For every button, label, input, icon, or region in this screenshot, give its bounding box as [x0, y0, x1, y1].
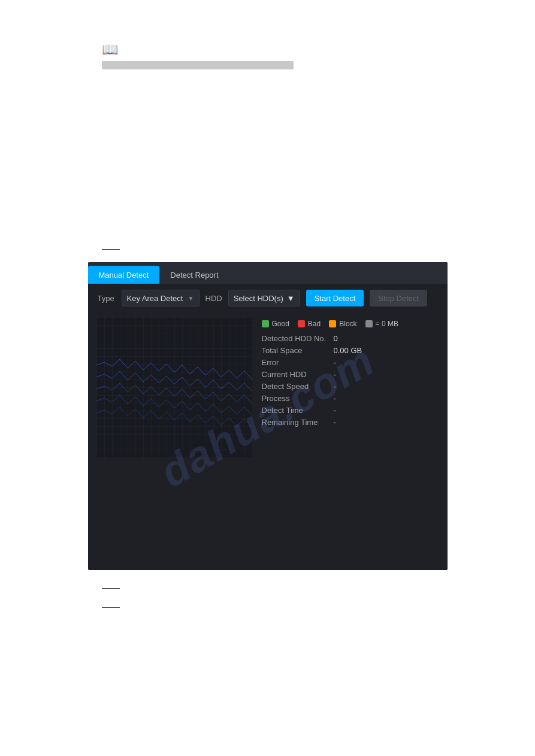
stat-detect-time-label: Detect Time — [262, 406, 334, 415]
legend-bad-label: Bad — [308, 320, 321, 328]
stat-detect-time-value: - — [334, 406, 336, 415]
stat-current-hdd-value: - — [334, 370, 336, 379]
stat-remaining-time-value: - — [334, 418, 336, 427]
stat-error-value: - — [334, 358, 336, 367]
type-select[interactable]: Key Area Detect ▼ — [122, 290, 200, 306]
separator-line-top — [102, 249, 120, 250]
stat-detect-speed-value: - — [334, 382, 336, 391]
stat-process: Process - — [262, 394, 439, 403]
tab-bar: Manual Detect Detect Report — [88, 262, 448, 284]
legend-zero-label: = 0 MB — [376, 320, 398, 328]
legend-good-dot — [262, 320, 269, 327]
legend-zero: = 0 MB — [365, 320, 398, 328]
stat-detect-speed-label: Detect Speed — [262, 382, 334, 391]
legend-bad-dot — [298, 320, 305, 327]
tab-manual-detect-label: Manual Detect — [99, 271, 149, 280]
stat-total-space-value: 0.00 GB — [334, 346, 362, 355]
start-detect-button[interactable]: Start Detect — [306, 290, 364, 306]
stat-remaining-time-label: Remaining Time — [262, 418, 334, 427]
hdd-select-value: Select HDD(s) — [234, 294, 283, 303]
tab-detect-report-label: Detect Report — [170, 271, 218, 280]
stat-current-hdd: Current HDD - — [262, 370, 439, 379]
legend-zero-dot — [365, 320, 373, 327]
legend-block-dot — [329, 320, 336, 327]
type-select-value: Key Area Detect — [127, 294, 183, 303]
stop-detect-button: Stop Detect — [370, 290, 427, 306]
stat-current-hdd-label: Current HDD — [262, 370, 334, 379]
legend-row: Good Bad Block = 0 MB — [262, 320, 439, 328]
stat-detected-hdd-label: Detected HDD No. — [262, 334, 334, 343]
type-label: Type — [98, 294, 116, 303]
top-section: 📖 — [0, 0, 535, 81]
middle-space — [0, 81, 535, 249]
type-select-chevron: ▼ — [188, 295, 194, 302]
ui-panel: dahua.com Manual Detect Detect Report Ty… — [88, 262, 448, 570]
grid-svg — [96, 317, 252, 458]
stat-detected-hdd-value: 0 — [334, 334, 338, 343]
stat-process-value: - — [334, 394, 336, 403]
grid-visualization — [96, 317, 252, 458]
legend-good: Good — [262, 320, 289, 328]
legend-block: Block — [329, 320, 356, 328]
legend-good-label: Good — [272, 320, 289, 328]
stat-error: Error - — [262, 358, 439, 367]
content-area: Good Bad Block = 0 MB — [88, 312, 448, 570]
bottom-area — [0, 576, 535, 632]
separator-line-bottom-1 — [102, 588, 120, 589]
stat-total-space-label: Total Space — [262, 346, 334, 355]
tab-detect-report[interactable]: Detect Report — [159, 266, 229, 284]
stat-error-label: Error — [262, 358, 334, 367]
stat-remaining-time: Remaining Time - — [262, 418, 439, 427]
stat-detected-hdd: Detected HDD No. 0 — [262, 334, 439, 343]
hdd-select[interactable]: Select HDD(s) ▼ — [228, 290, 300, 306]
page-wrapper: 📖 dahua.com Manual Detect Detect Report … — [0, 0, 535, 756]
type-row: Type Key Area Detect ▼ HDD Select HDD(s)… — [88, 284, 448, 312]
hdd-label: HDD — [205, 294, 222, 303]
stat-detect-time: Detect Time - — [262, 406, 439, 415]
hdd-select-chevron: ▼ — [287, 294, 295, 303]
legend-bad: Bad — [298, 320, 321, 328]
stat-detect-speed: Detect Speed - — [262, 382, 439, 391]
info-panel: Good Bad Block = 0 MB — [262, 317, 439, 558]
separator-line-bottom-2 — [102, 607, 120, 608]
svg-rect-1 — [96, 317, 252, 458]
stat-total-space: Total Space 0.00 GB — [262, 346, 439, 355]
legend-block-label: Block — [339, 320, 356, 328]
tab-manual-detect[interactable]: Manual Detect — [88, 266, 160, 284]
stat-process-label: Process — [262, 394, 334, 403]
gray-bar — [102, 61, 294, 69]
book-icon: 📖 — [102, 42, 535, 57]
